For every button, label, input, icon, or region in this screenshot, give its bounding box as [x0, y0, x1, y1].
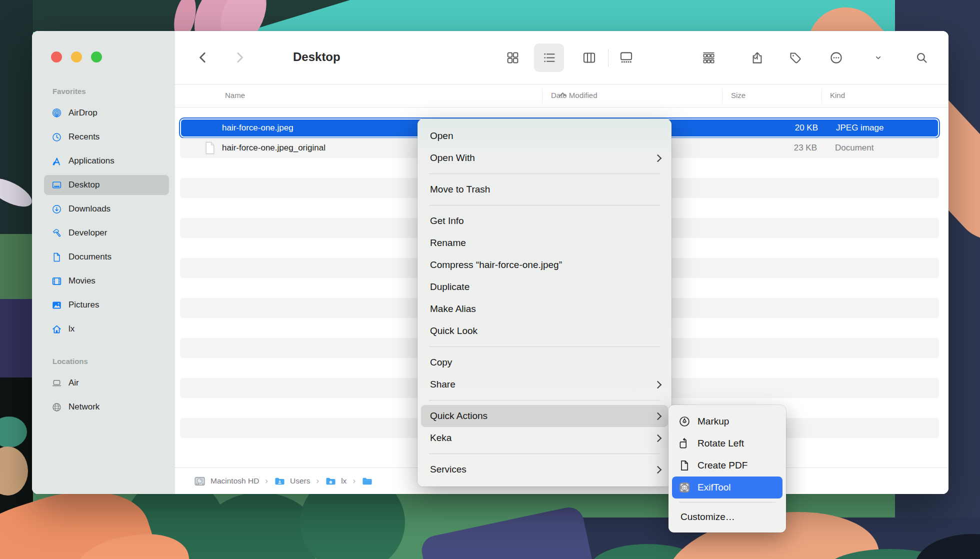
share-button[interactable] [745, 46, 769, 70]
close-button[interactable] [51, 52, 62, 62]
sidebar-item-label: Network [68, 402, 100, 412]
menu-item-duplicate[interactable]: Duplicate [418, 276, 672, 298]
menu-item-services[interactable]: Services [418, 458, 672, 480]
ellipsis-circle-button[interactable] [824, 46, 848, 70]
menu-item-compress-hair-force-one-jpeg[interactable]: Compress “hair-force-one.jpeg” [418, 254, 672, 276]
menu-item-rename[interactable]: Rename [418, 232, 672, 254]
file-size: 23 KB [732, 138, 817, 158]
menu-separator [418, 200, 672, 210]
column-header-size[interactable]: Size [731, 91, 746, 100]
menu-separator [418, 396, 672, 405]
search-icon [916, 52, 928, 64]
menu-item-label: Services [430, 464, 466, 475]
menu-separator [418, 169, 672, 178]
sidebar-item-documents[interactable]: Documents [44, 247, 169, 267]
path-segment-lx[interactable]: lx [325, 476, 346, 487]
sidebar-item-air[interactable]: Air [44, 373, 169, 393]
menu-item-label: Copy [430, 357, 452, 368]
menu-item-quick-actions[interactable]: Quick Actions [421, 405, 668, 427]
markup-icon [678, 416, 691, 428]
gallery-view-button[interactable] [614, 46, 638, 70]
quick-actions-submenu: MarkupRotate LeftCreate PDFExifToolCusto… [668, 405, 786, 532]
menu-item-label: Compress “hair-force-one.jpeg” [430, 260, 562, 270]
toolbar-separator [608, 49, 608, 67]
column-divider[interactable] [542, 88, 542, 104]
sidebar-item-label: Desktop [68, 180, 100, 190]
clock-icon [50, 132, 62, 142]
sidebar-item-developer[interactable]: Developer [44, 223, 169, 243]
menu-item-quick-look[interactable]: Quick Look [418, 320, 672, 342]
wallpaper-shape [419, 504, 596, 559]
menu-separator [672, 498, 782, 506]
column-divider[interactable] [722, 88, 722, 104]
submenu-item-rotate-left[interactable]: Rotate Left [672, 432, 782, 454]
menu-item-label: Open [430, 130, 453, 142]
sidebar-item-downloads[interactable]: Downloads [44, 199, 169, 219]
menu-item-open-with[interactable]: Open With [418, 147, 672, 169]
menu-item-get-info[interactable]: Get Info [418, 210, 672, 232]
submenu-item-label: Rotate Left [698, 438, 744, 449]
menu-item-label: Get Info [430, 216, 464, 226]
menu-item-keka[interactable]: Keka [418, 427, 672, 449]
tag-button[interactable] [783, 46, 807, 70]
sidebar-item-label: Developer [68, 228, 108, 238]
submenu-item-markup[interactable]: Markup [672, 410, 782, 432]
menu-item-make-alias[interactable]: Make Alias [418, 298, 672, 320]
grid-view-button[interactable] [500, 46, 524, 70]
submenu-item-create-pdf[interactable]: Create PDF [672, 454, 782, 476]
window-title: Desktop [293, 50, 340, 64]
submenu-item-exiftool[interactable]: ExifTool [672, 476, 782, 498]
document-file-icon [204, 142, 216, 154]
back-button[interactable] [191, 46, 215, 70]
column-header-date-modified[interactable]: Date Modified [551, 91, 598, 100]
sidebar-item-movies[interactable]: Movies [44, 271, 169, 291]
picture-icon [50, 300, 62, 310]
column-header-kind[interactable]: Kind [830, 91, 845, 100]
column-divider[interactable] [822, 88, 822, 104]
sidebar-item-label: lx [68, 324, 74, 334]
menu-item-open[interactable]: Open [418, 125, 672, 147]
column-header-name[interactable]: Name [225, 91, 245, 100]
sidebar-item-label: Applications [68, 156, 114, 166]
sidebar-item-desktop[interactable]: Desktop [44, 175, 169, 195]
submenu-arrow-icon [654, 466, 662, 474]
columns-view-button[interactable] [577, 46, 601, 70]
grid-view-icon [506, 51, 520, 64]
file-kind: JPEG image [836, 120, 884, 136]
zoom-button[interactable] [91, 52, 102, 62]
menu-separator [418, 342, 672, 352]
chevron-down-icon [874, 54, 882, 62]
menu-item-move-to-trash[interactable]: Move to Trash [418, 178, 672, 200]
file-size: 20 KB [733, 120, 818, 136]
path-segment-label: lx [341, 476, 346, 486]
menu-item-share[interactable]: Share [418, 374, 672, 396]
sidebar-item-recents[interactable]: Recents [44, 127, 169, 147]
sidebar-item-lx[interactable]: lx [44, 319, 169, 339]
search-button[interactable] [910, 46, 934, 70]
forward-button[interactable] [228, 46, 252, 70]
folder-home-icon [325, 476, 336, 487]
chevron-down-icon[interactable] [853, 46, 882, 70]
path-segment-macintosh-hd[interactable]: Macintosh HD [194, 475, 259, 488]
menu-item-label: Make Alias [430, 304, 476, 314]
wallpaper-shape [0, 299, 33, 382]
sidebar-item-network[interactable]: Network [44, 397, 169, 417]
path-segment-users[interactable]: Users [274, 476, 310, 487]
sidebar-item-pictures[interactable]: Pictures [44, 295, 169, 315]
tag-icon [788, 51, 802, 64]
submenu-arrow-icon [654, 434, 662, 442]
sidebar-item-label: Air [68, 378, 79, 388]
path-segment[interactable] [362, 476, 373, 487]
sidebar-item-applications[interactable]: Applications [44, 151, 169, 171]
group-by-button[interactable] [696, 46, 720, 70]
path-segment-label: Users [290, 476, 310, 486]
file-kind: Document [835, 138, 874, 158]
sidebar-item-airdrop[interactable]: AirDrop [44, 103, 169, 123]
minimize-button[interactable] [71, 52, 82, 62]
submenu-item-customize[interactable]: Customize… [672, 506, 782, 528]
menu-item-copy[interactable]: Copy [418, 352, 672, 374]
sidebar-item-label: Pictures [68, 300, 99, 310]
list-view-icon [542, 51, 556, 64]
globe-icon [50, 402, 62, 412]
list-view-button[interactable] [537, 46, 561, 70]
